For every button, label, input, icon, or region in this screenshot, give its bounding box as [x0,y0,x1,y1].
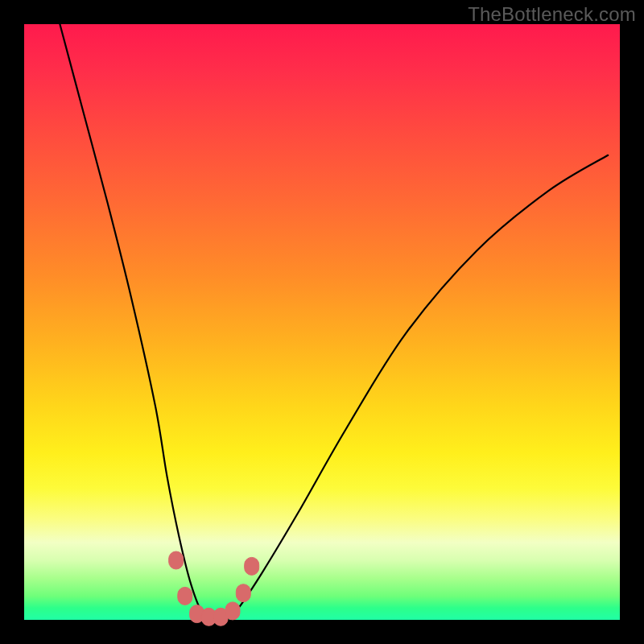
marker-dot [169,551,184,569]
marker-dot [236,584,250,602]
curve-svg [24,24,620,620]
watermark-text: TheBottleneck.com [468,3,636,26]
marker-dot [225,602,240,620]
bottleneck-curve [60,24,608,621]
plot-area [24,24,620,620]
marker-dot [245,557,259,575]
near-minimum-markers [169,551,259,625]
chart-frame: TheBottleneck.com [0,0,644,644]
marker-dot [178,587,192,605]
